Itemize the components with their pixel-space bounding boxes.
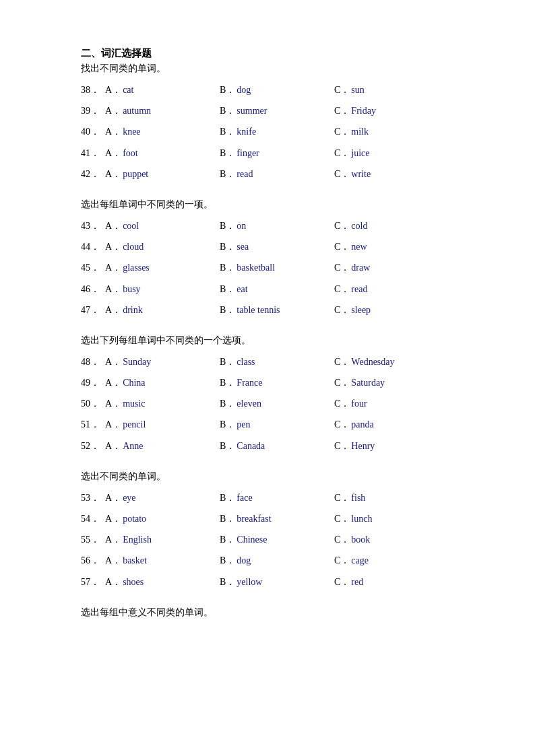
option-word-1-2-2: draw — [351, 263, 370, 273]
question-num-2-1: 49． — [81, 374, 105, 391]
options-2-1: A．ChinaB．FranceC．Saturday — [105, 374, 454, 391]
option-word-3-3-1: dog — [237, 555, 251, 565]
option-2-2-1: B．eleven — [220, 395, 334, 412]
option-1-4-1: B．table tennis — [220, 302, 334, 318]
option-letter-0-3-2: C． — [334, 148, 350, 158]
option-2-3-1: B．pen — [220, 416, 334, 433]
option-word-0-2-0: knee — [123, 127, 140, 137]
option-letter-0-0-2: C． — [334, 85, 350, 95]
option-0-0-2: C．sun — [334, 81, 449, 98]
instruction-3: 选出不同类的单词。 — [81, 471, 454, 483]
option-letter-3-0-1: B． — [220, 493, 235, 503]
option-letter-3-1-0: A． — [105, 514, 121, 524]
question-num-0-2: 40． — [81, 123, 105, 140]
option-letter-1-3-2: C． — [334, 284, 350, 294]
option-2-3-0: A．pencil — [105, 416, 220, 433]
option-word-2-2-0: music — [123, 399, 145, 409]
option-3-0-0: A．eye — [105, 489, 220, 506]
option-letter-3-3-0: A． — [105, 555, 121, 565]
option-0-1-0: A．autumn — [105, 102, 220, 119]
option-letter-3-0-0: A． — [105, 493, 121, 503]
option-letter-3-4-1: B． — [220, 577, 235, 587]
question-row-0-1: 39．A．autumnB．summerC．Friday — [81, 102, 454, 119]
question-num-2-2: 50． — [81, 395, 105, 412]
option-word-0-1-2: Friday — [351, 106, 376, 116]
option-letter-1-3-1: B． — [220, 284, 235, 294]
option-3-2-0: A．English — [105, 531, 220, 548]
option-1-1-2: C．new — [334, 238, 449, 255]
option-word-0-4-0: puppet — [123, 169, 148, 179]
question-num-1-0: 43． — [81, 217, 105, 234]
option-letter-0-3-1: B． — [220, 148, 235, 158]
option-1-2-2: C．draw — [334, 259, 449, 276]
option-word-1-1-2: new — [351, 242, 367, 252]
option-2-4-0: A．Anne — [105, 438, 220, 454]
option-1-4-0: A．drink — [105, 302, 220, 318]
option-3-2-2: C．book — [334, 531, 449, 548]
option-word-3-1-2: lunch — [351, 514, 372, 524]
option-word-3-0-0: eye — [123, 493, 135, 503]
option-word-2-3-0: pencil — [123, 419, 146, 429]
option-0-2-1: B．knife — [220, 123, 334, 140]
option-letter-1-4-2: C． — [334, 305, 350, 315]
question-num-0-4: 42． — [81, 166, 105, 182]
option-3-0-1: B．face — [220, 489, 334, 506]
option-word-0-3-0: foot — [123, 148, 138, 158]
option-letter-2-2-1: B． — [220, 399, 235, 409]
option-letter-3-4-2: C． — [334, 577, 350, 587]
option-0-0-1: B．dog — [220, 81, 334, 98]
option-word-2-4-0: Anne — [123, 441, 143, 451]
option-word-0-4-2: write — [351, 169, 371, 179]
option-word-3-1-0: potato — [123, 514, 146, 524]
option-2-2-0: A．music — [105, 395, 220, 412]
option-3-4-1: B．yellow — [220, 574, 334, 590]
option-letter-2-0-1: B． — [220, 357, 235, 367]
question-row-3-0: 53．A．eyeB．faceC．fish — [81, 489, 454, 506]
options-0-3: A．footB．fingerC．juice — [105, 145, 454, 162]
option-2-1-2: C．Saturday — [334, 374, 449, 391]
question-group-0: 找出不同类的单词。38．A．catB．dogC．sun39．A．autumnB．… — [81, 63, 454, 182]
option-word-2-4-2: Henry — [351, 441, 375, 451]
question-row-2-2: 50．A．musicB．elevenC．four — [81, 395, 454, 412]
option-word-1-0-2: cold — [351, 221, 367, 231]
option-word-3-2-0: English — [123, 535, 152, 545]
option-1-4-2: C．sleep — [334, 302, 449, 318]
option-word-2-0-0: Sunday — [123, 357, 151, 367]
options-2-4: A．AnneB．CanadaC．Henry — [105, 438, 454, 454]
instruction-0: 找出不同类的单词。 — [81, 63, 454, 75]
question-row-1-2: 45．A．glassesB．basketballC．draw — [81, 259, 454, 276]
option-1-3-1: B．eat — [220, 281, 334, 298]
option-word-0-1-0: autumn — [123, 106, 151, 116]
option-letter-2-2-0: A． — [105, 399, 121, 409]
question-row-2-1: 49．A．ChinaB．FranceC．Saturday — [81, 374, 454, 391]
option-letter-2-3-2: C． — [334, 419, 350, 429]
option-2-1-1: B．France — [220, 374, 334, 391]
options-1-4: A．drinkB．table tennisC．sleep — [105, 302, 454, 318]
option-word-3-0-1: face — [237, 493, 252, 503]
option-word-1-3-2: read — [351, 284, 367, 294]
option-2-4-2: C．Henry — [334, 438, 449, 454]
option-word-0-2-1: knife — [237, 127, 256, 137]
question-num-3-0: 53． — [81, 489, 105, 506]
option-word-3-4-1: yellow — [237, 577, 262, 587]
question-row-3-2: 55．A．EnglishB．ChineseC．book — [81, 531, 454, 548]
option-letter-1-0-1: B． — [220, 221, 235, 231]
option-letter-1-2-1: B． — [220, 263, 235, 273]
option-3-1-0: A．potato — [105, 510, 220, 527]
option-0-3-2: C．juice — [334, 145, 449, 162]
option-letter-0-2-0: A． — [105, 127, 121, 137]
option-2-4-1: B．Canada — [220, 438, 334, 454]
option-3-1-2: C．lunch — [334, 510, 449, 527]
option-word-1-1-0: cloud — [123, 242, 144, 252]
option-letter-3-2-2: C． — [334, 535, 350, 545]
option-letter-3-2-1: B． — [220, 535, 235, 545]
option-1-3-0: A．busy — [105, 281, 220, 298]
option-1-3-2: C．read — [334, 281, 449, 298]
option-0-4-1: B．read — [220, 166, 334, 182]
option-letter-0-1-2: C． — [334, 106, 350, 116]
option-word-0-3-1: finger — [237, 148, 259, 158]
option-letter-2-4-0: A． — [105, 441, 121, 451]
option-2-3-2: C．panda — [334, 416, 449, 433]
option-2-1-0: A．China — [105, 374, 220, 391]
question-num-3-4: 57． — [81, 574, 105, 590]
